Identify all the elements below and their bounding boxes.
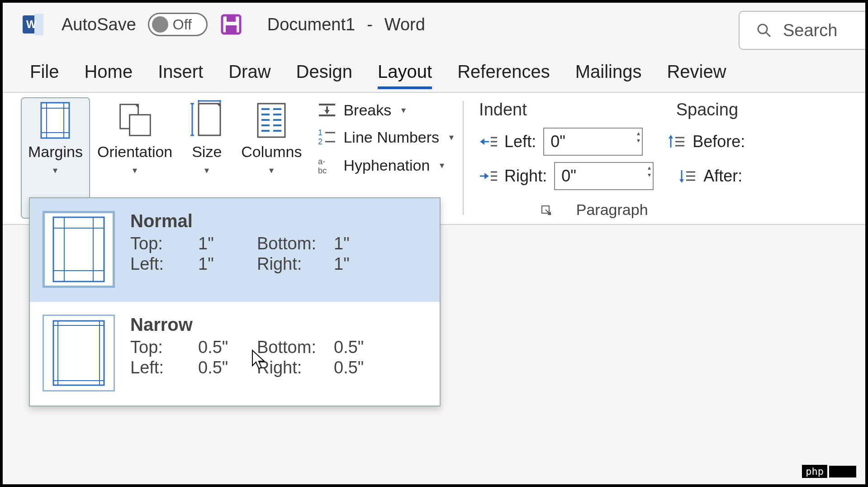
margins-dropdown: Normal Top: 1" Bottom: 1" Left: 1" Right… [29, 197, 441, 406]
right-value: 1" [334, 254, 388, 274]
search-icon [756, 22, 772, 38]
columns-icon [253, 100, 289, 141]
breaks-button[interactable]: Breaks ▾ [314, 100, 456, 120]
indent-left-label: Left: [504, 132, 536, 151]
svg-point-6 [758, 24, 767, 33]
svg-text:bc: bc [318, 166, 327, 175]
size-icon [189, 100, 225, 141]
tab-layout[interactable]: Layout [378, 59, 432, 89]
paragraph-group: Indent Spacing Left: 0" ▴▾ Before: Right… [465, 97, 756, 219]
autosave-label: AutoSave [62, 15, 136, 34]
autosave-toggle[interactable]: Off [148, 13, 208, 36]
hyphenation-icon: a-bc [317, 155, 337, 175]
margins-option-narrow[interactable]: Narrow Top: 0.5" Bottom: 0.5" Left: 0.5"… [30, 302, 440, 406]
bottom-value: 1" [334, 234, 388, 253]
watermark-text: php [802, 465, 827, 478]
margins-option-normal[interactable]: Normal Top: 1" Bottom: 1" Left: 1" Right… [30, 198, 440, 302]
bottom-value: 0.5" [334, 338, 388, 357]
watermark-block [829, 466, 856, 477]
indent-right-label: Right: [504, 167, 547, 186]
svg-rect-16 [199, 104, 220, 135]
tab-home[interactable]: Home [84, 59, 133, 89]
top-label: Top: [130, 338, 198, 357]
tab-review[interactable]: Review [667, 59, 726, 89]
search-box[interactable]: Search [739, 11, 865, 50]
right-label: Right: [257, 358, 334, 377]
svg-rect-68 [53, 217, 104, 282]
chevron-down-icon: ▾ [204, 165, 209, 176]
svg-text:1: 1 [318, 128, 323, 137]
left-value: 1" [198, 254, 257, 274]
svg-marker-51 [669, 135, 673, 138]
search-placeholder: Search [783, 21, 837, 40]
preset-name: Normal [130, 211, 427, 231]
top-value: 1" [198, 234, 257, 253]
svg-line-7 [766, 33, 770, 37]
orientation-icon [117, 100, 153, 141]
toggle-state: Off [173, 16, 192, 33]
title-bar: W AutoSave Off Document1 - Word Search [3, 3, 865, 46]
top-value: 0.5" [198, 338, 257, 357]
svg-text:a-: a- [318, 157, 325, 166]
spacing-before-label: Before: [693, 132, 745, 151]
line-numbers-button[interactable]: 12 Line Numbers ▾ [314, 126, 456, 148]
indent-left-icon [479, 135, 497, 148]
svg-marker-55 [484, 173, 489, 179]
bottom-label: Bottom: [257, 234, 334, 253]
app-name: Word [384, 15, 425, 34]
bottom-label: Bottom: [257, 338, 334, 357]
ribbon-tabs: File Home Insert Draw Design Layout Refe… [3, 46, 865, 92]
indent-left-value: 0" [550, 132, 565, 151]
chevron-down-icon: ▾ [133, 165, 137, 176]
spinner-icon[interactable]: ▴▾ [648, 164, 651, 188]
indent-heading: Indent [479, 100, 527, 119]
spinner-icon[interactable]: ▴▾ [637, 129, 640, 154]
breaks-label: Breaks [343, 101, 391, 119]
left-value: 0.5" [198, 358, 257, 377]
toggle-knob [152, 16, 168, 33]
size-label: Size [192, 143, 222, 160]
tab-file[interactable]: File [30, 59, 59, 89]
margins-icon [37, 100, 73, 141]
right-label: Right: [257, 254, 334, 274]
indent-right-icon [479, 169, 497, 183]
watermark: php [802, 465, 856, 478]
svg-rect-14 [130, 115, 151, 136]
chevron-down-icon: ▾ [440, 160, 444, 171]
tab-design[interactable]: Design [296, 59, 353, 89]
chevron-down-icon: ▾ [449, 132, 454, 143]
hyphenation-label: Hyphenation [343, 157, 430, 174]
group-separator [463, 101, 464, 215]
svg-marker-38 [324, 110, 330, 114]
spacing-after-icon [678, 168, 696, 184]
svg-rect-5 [226, 25, 237, 33]
tab-references[interactable]: References [457, 59, 550, 89]
svg-text:W: W [26, 18, 37, 30]
svg-marker-45 [480, 138, 484, 145]
tab-insert[interactable]: Insert [158, 59, 203, 89]
margins-preset-icon [43, 315, 115, 392]
line-numbers-label: Line Numbers [343, 129, 439, 146]
margins-preset-icon [43, 211, 115, 288]
spacing-heading: Spacing [676, 100, 738, 119]
page-setup-launcher-icon[interactable] [541, 205, 553, 217]
spacing-after-label: After: [703, 167, 742, 186]
orientation-label: Orientation [97, 143, 172, 160]
svg-marker-61 [679, 179, 684, 183]
tab-draw[interactable]: Draw [228, 59, 270, 89]
right-value: 0.5" [334, 358, 388, 377]
line-numbers-icon: 12 [317, 127, 337, 147]
indent-right-field[interactable]: 0" ▴▾ [554, 162, 654, 190]
columns-label: Columns [241, 143, 302, 160]
svg-rect-4 [227, 15, 236, 22]
chevron-down-icon: ▾ [401, 105, 406, 115]
svg-text:2: 2 [318, 137, 323, 146]
left-label: Left: [130, 358, 198, 377]
indent-left-field[interactable]: 0" ▴▾ [543, 128, 643, 156]
document-name: Document1 [267, 15, 355, 34]
hyphenation-button[interactable]: a-bc Hyphenation ▾ [314, 154, 456, 176]
tab-mailings[interactable]: Mailings [575, 59, 642, 89]
save-icon[interactable] [219, 13, 243, 36]
margins-label: Margins [28, 143, 83, 160]
chevron-down-icon: ▾ [269, 165, 274, 176]
